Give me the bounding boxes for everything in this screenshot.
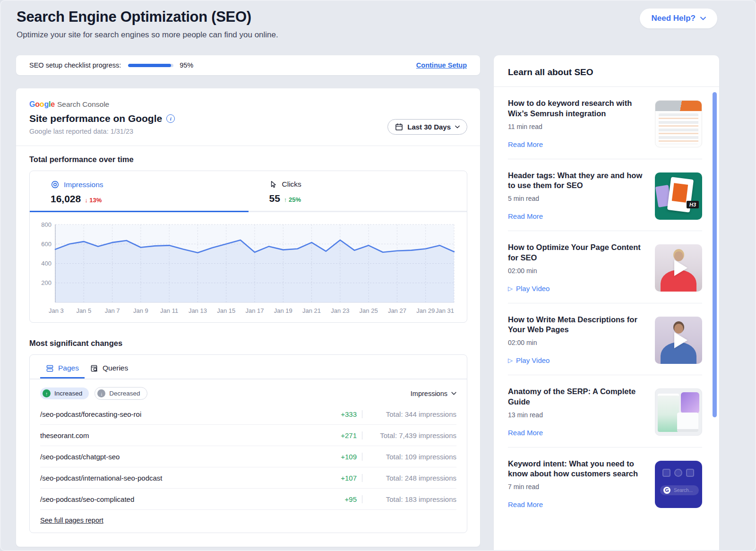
thumb-graphic xyxy=(677,413,698,432)
article-thumbnail-header-tags[interactable]: H3 xyxy=(655,172,702,220)
row-change-value: +333 xyxy=(334,410,357,418)
article-card: Header tags: What they are and how to us… xyxy=(508,159,702,232)
need-help-button[interactable]: Need Help? xyxy=(640,9,717,28)
tab-label: Pages xyxy=(58,364,79,372)
sidebar-title: Learn all about SEO xyxy=(494,55,719,87)
google-g-icon: G xyxy=(663,487,670,494)
read-more-link[interactable]: Read More xyxy=(508,429,645,437)
impressions-icon xyxy=(51,180,60,189)
progress-percent: 95% xyxy=(180,61,193,69)
row-total-impressions: Total: 7,439 impressions xyxy=(368,431,456,439)
article-meta: 7 min read xyxy=(508,483,645,491)
row-total-impressions: Total: 248 impressions xyxy=(368,474,456,482)
article-title: Header tags: What they are and how to us… xyxy=(508,171,645,191)
svg-text:200: 200 xyxy=(41,279,52,286)
article-title: How to Optimize Your Page Content for SE… xyxy=(508,242,645,263)
learn-seo-panel: Learn all about SEO How to do keyword re… xyxy=(494,55,719,551)
read-more-link[interactable]: Read More xyxy=(508,140,645,148)
chevron-down-icon xyxy=(700,17,706,20)
row-page-name: theseorant.com xyxy=(40,431,334,439)
queries-icon xyxy=(90,364,98,372)
read-more-link[interactable]: Read More xyxy=(508,500,645,508)
metric-name: Impressions xyxy=(64,181,103,189)
article-card: How to Optimize Your Page Content for SE… xyxy=(508,231,702,303)
row-change-value: +95 xyxy=(334,495,357,503)
info-icon[interactable]: i xyxy=(166,114,175,123)
progress-bar xyxy=(128,64,173,67)
page-title: Search Engine Optimization (SEO) xyxy=(17,9,278,26)
arrow-down-icon: ↓ xyxy=(85,197,88,204)
search-console-label: Search Console xyxy=(57,100,109,108)
changes-section-title: Most significant changes xyxy=(29,339,467,348)
performance-chart-box: Impressions 16,028 ↓ 13% Clicks 55 ↑ 25% xyxy=(29,171,467,323)
article-meta: 02:00 min xyxy=(508,267,645,275)
article-card: Keyword intent: What you need to know ab… xyxy=(508,448,702,519)
divider xyxy=(362,453,362,461)
chevron-down-icon xyxy=(451,392,456,395)
article-thumbnail-semrush[interactable] xyxy=(655,100,702,147)
metric-tab-impressions[interactable]: Impressions 16,028 ↓ 13% xyxy=(30,171,249,212)
metric-value: 16,028 xyxy=(51,193,81,205)
article-thumbnail-keyword-intent[interactable]: GSearch... xyxy=(655,461,702,508)
row-total-impressions: Total: 344 impressions xyxy=(368,410,456,418)
setup-progress-card: SEO setup checklist progress: 95% Contin… xyxy=(16,55,480,75)
clicks-cursor-icon xyxy=(269,180,278,189)
row-change-value: +109 xyxy=(334,453,357,461)
arrow-up-icon: ↑ xyxy=(284,196,287,203)
h3-tag-label: H3 xyxy=(687,201,699,208)
filter-label: Decreased xyxy=(109,390,140,397)
metric-tab-clicks[interactable]: Clicks 55 ↑ 25% xyxy=(249,171,467,212)
row-page-name: /seo-podcast/chatgpt-seo xyxy=(40,453,334,461)
progress-bar-fill xyxy=(128,64,171,67)
card-title: Site performance on Google xyxy=(29,113,162,124)
sidebar-scrollbar[interactable] xyxy=(713,92,717,417)
article-thumbnail-serp[interactable] xyxy=(655,388,702,436)
svg-text:Jan 15: Jan 15 xyxy=(217,307,235,314)
date-range-label: Last 30 Days xyxy=(407,123,451,131)
article-card: Anatomy of the SERP: A Complete Guide13 … xyxy=(508,375,702,448)
date-range-button[interactable]: Last 30 Days xyxy=(387,119,467,135)
svg-text:Jan 5: Jan 5 xyxy=(76,307,91,314)
metric-value: 55 xyxy=(269,193,280,204)
row-change-value: +107 xyxy=(334,474,357,482)
play-overlay-icon xyxy=(674,332,687,348)
read-more-link[interactable]: Read More xyxy=(508,212,645,220)
play-icon: ▷ xyxy=(508,357,513,364)
article-title: How to Write Meta Descriptions for Your … xyxy=(508,315,645,336)
article-thumbnail-video-man[interactable] xyxy=(655,317,702,364)
play-video-link[interactable]: ▷Play Video xyxy=(508,284,645,293)
svg-text:Jan 19: Jan 19 xyxy=(274,307,292,314)
site-performance-card: GoogleSearch Console Site performance on… xyxy=(16,88,480,547)
thumb-graphic xyxy=(672,183,688,202)
search-bar-graphic: GSearch... xyxy=(660,485,699,495)
divider xyxy=(16,146,480,146)
tab-queries[interactable]: Queries xyxy=(85,355,134,379)
see-full-pages-report-link[interactable]: See full pages report xyxy=(40,517,103,524)
thumb-graphic xyxy=(662,469,670,477)
article-list: How to do keyword research with Wix’s Se… xyxy=(494,87,719,519)
continue-setup-link[interactable]: Continue Setup xyxy=(416,61,467,69)
svg-text:Jan 7: Jan 7 xyxy=(105,307,120,314)
sort-dropdown[interactable]: Impressions xyxy=(411,390,456,397)
svg-text:Jan 23: Jan 23 xyxy=(331,307,349,314)
svg-text:Jan 13: Jan 13 xyxy=(189,307,207,314)
thumb-graphic xyxy=(674,469,682,477)
seo-dashboard: Search Engine Optimization (SEO) Optimiz… xyxy=(0,0,756,551)
performance-section-title: Total performance over time xyxy=(29,155,467,164)
play-video-link[interactable]: ▷Play Video xyxy=(508,356,645,364)
article-title: Keyword intent: What you need to know ab… xyxy=(508,459,645,480)
filter-decreased[interactable]: ↓ Decreased xyxy=(94,387,147,400)
need-help-label: Need Help? xyxy=(651,14,696,23)
performance-chart: 200400600800Jan 3Jan 5Jan 7Jan 9Jan 11Ja… xyxy=(35,220,457,317)
tab-pages[interactable]: Pages xyxy=(40,355,85,379)
page-header: Search Engine Optimization (SEO) Optimiz… xyxy=(17,9,278,40)
svg-text:Jan 25: Jan 25 xyxy=(360,307,378,314)
progress-label: SEO setup checklist progress: xyxy=(29,61,121,69)
filter-increased[interactable]: ↑ Increased xyxy=(40,387,89,399)
thumb-graphic xyxy=(659,113,698,144)
svg-text:Jan 21: Jan 21 xyxy=(302,307,321,314)
article-card: How to do keyword research with Wix’s Se… xyxy=(508,87,702,159)
article-meta: 11 min read xyxy=(508,123,645,130)
svg-text:800: 800 xyxy=(41,221,52,228)
article-thumbnail-video-woman[interactable] xyxy=(655,244,702,292)
